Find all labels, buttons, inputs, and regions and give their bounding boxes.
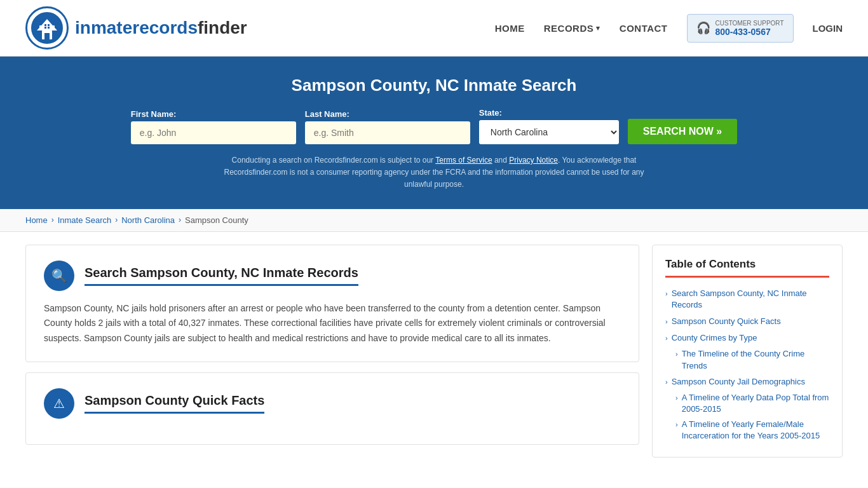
logo-text: inmaterecordsfinder (75, 18, 247, 38)
state-group: State: North Carolina (479, 108, 619, 144)
toc-item-4: › The Timeline of the County Crime Trend… (675, 346, 829, 373)
last-name-label: Last Name: (305, 109, 349, 119)
logo-area: inmaterecordsfinder (25, 6, 247, 50)
toc-link-4[interactable]: The Timeline of the County Crime Trends (682, 348, 829, 371)
nav-contact[interactable]: CONTACT (620, 23, 668, 34)
toc-chevron-6: › (675, 394, 678, 402)
toc-item-3: › County Crimes by Type (665, 330, 829, 346)
toc-chevron-2: › (665, 318, 668, 325)
customer-support-button[interactable]: 🎧 CUSTOMER SUPPORT 800-433-0567 (687, 14, 794, 43)
records-chevron-icon: ▾ (596, 24, 600, 32)
breadcrumb-county: Sampson County (185, 215, 248, 225)
toc-link-7[interactable]: A Timeline of Yearly Female/Male Incarce… (682, 419, 829, 442)
toc-chevron-5: › (665, 378, 668, 386)
content-area: 🔍 Search Sampson County, NC Inmate Recor… (25, 245, 652, 458)
last-name-group: Last Name: (305, 109, 470, 144)
toc-item-5: › Sampson County Jail Demographics (665, 374, 829, 390)
toc-item-1: › Search Sampson County, NC Inmate Recor… (665, 285, 829, 313)
toc-chevron-1: › (665, 290, 668, 297)
support-text: CUSTOMER SUPPORT 800-433-0567 (715, 20, 784, 37)
last-name-input[interactable] (305, 121, 470, 144)
logo-text-finder: finder (198, 18, 247, 37)
svg-rect-7 (48, 27, 50, 29)
first-name-input[interactable] (131, 121, 296, 144)
svg-rect-8 (44, 24, 46, 26)
section-body-inmate: Sampson County, NC jails hold prisoners … (44, 301, 621, 346)
breadcrumb-state[interactable]: North Carolina (121, 215, 175, 225)
section-header-facts: ⚠ Sampson County Quick Facts (44, 388, 621, 419)
toc-title: Table of Contents (665, 258, 829, 278)
svg-rect-6 (44, 27, 46, 29)
toc-link-3[interactable]: County Crimes by Type (672, 332, 757, 344)
toc-link-6[interactable]: A Timeline of Yearly Data Pop Total from… (682, 392, 829, 415)
hero-section: Sampson County, NC Inmate Search First N… (0, 57, 868, 209)
toc-sublist-demographics: › A Timeline of Yearly Data Pop Total fr… (665, 390, 829, 444)
toc-chevron-3: › (665, 334, 668, 342)
quick-facts-section: ⚠ Sampson County Quick Facts (25, 372, 639, 445)
search-form: First Name: Last Name: State: North Caro… (25, 108, 843, 144)
first-name-group: First Name: (131, 109, 296, 144)
search-now-button[interactable]: SEARCH NOW » (628, 119, 737, 144)
main-content: 🔍 Search Sampson County, NC Inmate Recor… (0, 232, 868, 470)
support-number: 800-433-0567 (715, 27, 771, 37)
section-title-block-facts: Sampson County Quick Facts (85, 393, 264, 414)
toc-item-2: › Sampson County Quick Facts (665, 313, 829, 330)
site-header: inmaterecordsfinder HOME RECORDS ▾ CONTA… (0, 0, 868, 57)
toc-chevron-7: › (675, 421, 678, 428)
toc-sublist-crimes: › The Timeline of the County Crime Trend… (665, 346, 829, 373)
toc-link-1[interactable]: Search Sampson County, NC Inmate Records (672, 288, 829, 311)
section-title-facts: Sampson County Quick Facts (85, 393, 264, 408)
breadcrumb-sep-1: › (51, 215, 54, 224)
section-header-inmate: 🔍 Search Sampson County, NC Inmate Recor… (44, 261, 621, 291)
warning-icon: ⚠ (44, 388, 74, 419)
terms-link[interactable]: Terms of Service (435, 156, 492, 165)
toc-chevron-4: › (675, 350, 678, 358)
toc-link-2[interactable]: Sampson County Quick Facts (672, 316, 781, 327)
svg-rect-3 (44, 33, 50, 39)
toc-list: › Search Sampson County, NC Inmate Recor… (665, 285, 829, 444)
nav-home[interactable]: HOME (495, 23, 525, 34)
first-name-label: First Name: (131, 109, 177, 119)
privacy-link[interactable]: Privacy Notice (509, 156, 558, 165)
svg-rect-5 (52, 25, 55, 30)
nav-records[interactable]: RECORDS ▾ (544, 23, 600, 34)
toc-box: Table of Contents › Search Sampson Count… (652, 245, 843, 458)
section-title-inmate: Search Sampson County, NC Inmate Records (85, 266, 358, 280)
inmate-records-section: 🔍 Search Sampson County, NC Inmate Recor… (25, 245, 639, 362)
hero-title: Sampson County, NC Inmate Search (25, 76, 843, 95)
state-label: State: (479, 108, 502, 118)
section-title-block-inmate: Search Sampson County, NC Inmate Records (85, 266, 358, 286)
sidebar: Table of Contents › Search Sampson Count… (652, 245, 843, 458)
support-label: CUSTOMER SUPPORT (715, 20, 784, 27)
breadcrumb-sep-3: › (179, 215, 181, 224)
logo-text-main: inmaterecords (75, 18, 198, 37)
logo-icon (25, 6, 69, 50)
search-icon: 🔍 (44, 261, 74, 291)
hero-disclaimer: Conducting a search on Recordsfinder.com… (212, 154, 656, 191)
state-select[interactable]: North Carolina (479, 120, 619, 144)
toc-item-6: › A Timeline of Yearly Data Pop Total fr… (675, 390, 829, 417)
headset-icon: 🎧 (696, 21, 710, 35)
breadcrumb-home[interactable]: Home (25, 215, 48, 225)
main-nav: HOME RECORDS ▾ CONTACT 🎧 CUSTOMER SUPPOR… (495, 14, 843, 43)
svg-rect-4 (39, 25, 42, 30)
svg-rect-9 (48, 24, 50, 26)
nav-login[interactable]: LOGIN (813, 23, 843, 34)
toc-link-5[interactable]: Sampson County Jail Demographics (672, 376, 805, 388)
nav-records-label: RECORDS (544, 23, 594, 34)
breadcrumb: Home › Inmate Search › North Carolina › … (0, 209, 868, 232)
breadcrumb-sep-2: › (115, 215, 118, 224)
toc-item-7: › A Timeline of Yearly Female/Male Incar… (675, 417, 829, 444)
breadcrumb-inmate-search[interactable]: Inmate Search (58, 215, 112, 225)
